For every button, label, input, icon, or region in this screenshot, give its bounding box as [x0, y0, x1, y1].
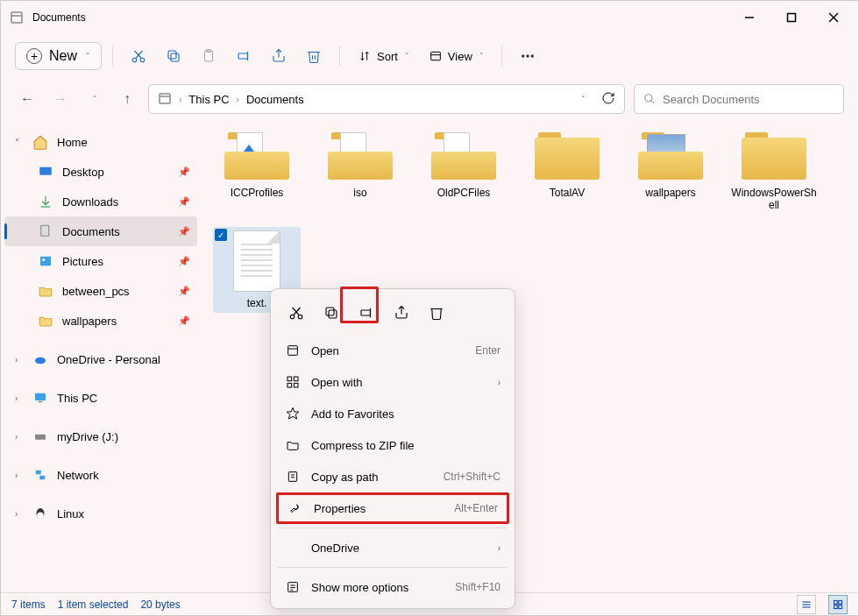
- svg-line-29: [651, 101, 654, 103]
- svg-rect-30: [39, 167, 52, 175]
- linux-icon: [32, 506, 48, 521]
- share-button[interactable]: [264, 41, 294, 71]
- svg-rect-40: [36, 471, 41, 475]
- drive-icon: [32, 428, 48, 444]
- view-label: View: [448, 50, 472, 63]
- minimize-button[interactable]: [737, 5, 762, 30]
- up-button[interactable]: ↑: [115, 87, 139, 111]
- svg-rect-0: [11, 12, 22, 23]
- cm-openwith[interactable]: Open with›: [276, 366, 509, 398]
- cm-copypath[interactable]: Copy as pathCtrl+Shift+C: [276, 461, 509, 492]
- search-icon: [643, 93, 656, 105]
- cm-rename-button[interactable]: [351, 298, 381, 328]
- back-button[interactable]: ←: [15, 87, 39, 111]
- pin-icon: 📌: [178, 226, 190, 237]
- sidebar-item-desktop[interactable]: Desktop📌: [4, 157, 197, 187]
- svg-rect-26: [160, 94, 170, 103]
- svg-rect-3: [788, 14, 796, 22]
- sidebar-item-pictures[interactable]: Pictures📌: [4, 246, 197, 276]
- pictures-icon: [38, 253, 53, 269]
- sidebar-item-mydrive[interactable]: ›myDrive (J:): [4, 421, 197, 451]
- icons-view-button[interactable]: [828, 595, 848, 614]
- sidebar-item-onedrive[interactable]: ›OneDrive - Personal: [4, 344, 197, 374]
- cm-more[interactable]: Show more optionsShift+F10: [276, 571, 509, 603]
- address-bar[interactable]: › This PC › Documents ˅: [148, 84, 625, 114]
- refresh-button[interactable]: [601, 91, 615, 108]
- close-button[interactable]: [821, 5, 846, 30]
- forward-button[interactable]: →: [48, 87, 73, 111]
- svg-rect-39: [35, 435, 46, 440]
- sidebar-item-home[interactable]: ˅Home: [4, 127, 197, 157]
- paste-button[interactable]: [194, 41, 224, 71]
- cm-share-button[interactable]: [387, 298, 416, 328]
- sidebar-item-documents[interactable]: Documents📌: [4, 216, 197, 246]
- folder-windowspowershell[interactable]: WindowsPowerShell: [730, 129, 818, 211]
- folder-totalav[interactable]: TotalAV: [523, 129, 611, 211]
- svg-rect-49: [326, 308, 334, 315]
- sidebar-item-downloads[interactable]: Downloads📌: [4, 187, 197, 216]
- more-button[interactable]: [513, 41, 543, 71]
- sidebar-item-linux[interactable]: ›Linux: [4, 499, 197, 528]
- sidebar-item-thispc[interactable]: ›This PC: [4, 383, 197, 413]
- cm-copy-button[interactable]: [316, 298, 346, 328]
- cm-compress[interactable]: Compress to ZIP file: [276, 429, 509, 461]
- svg-rect-50: [361, 310, 371, 315]
- folder-icon: [158, 91, 172, 108]
- svg-rect-70: [834, 600, 838, 604]
- svg-rect-58: [294, 383, 298, 387]
- cm-onedrive[interactable]: OneDrive›: [276, 532, 509, 563]
- new-button[interactable]: + New ˅: [15, 42, 102, 70]
- delete-button[interactable]: [299, 41, 329, 71]
- breadcrumb-thispc[interactable]: This PC: [188, 93, 229, 106]
- folder-wallpapers[interactable]: wallpapers: [627, 129, 714, 211]
- folder-icon: [38, 313, 53, 329]
- pin-icon: 📌: [178, 315, 190, 327]
- view-button[interactable]: View ˅: [422, 46, 491, 67]
- maximize-button[interactable]: [779, 5, 804, 30]
- svg-rect-37: [35, 393, 46, 400]
- breadcrumb-documents[interactable]: Documents: [246, 93, 304, 106]
- svg-rect-73: [839, 605, 842, 608]
- svg-line-47: [293, 308, 300, 315]
- cm-favorites[interactable]: Add to Favorites: [276, 398, 509, 429]
- sidebar: ˅Home Desktop📌 Downloads📌 Documents📌 Pic…: [1, 120, 201, 594]
- pin-icon: 📌: [178, 256, 190, 267]
- svg-point-36: [35, 358, 46, 365]
- svg-marker-59: [287, 407, 298, 419]
- folder-icon: [38, 283, 53, 299]
- recent-button[interactable]: ˅: [82, 87, 106, 111]
- svg-rect-10: [171, 53, 179, 61]
- context-menu: OpenEnter Open with› Add to Favorites Co…: [270, 288, 515, 609]
- svg-point-23: [522, 55, 523, 57]
- star-icon: [285, 407, 301, 421]
- details-view-button[interactable]: [797, 595, 816, 614]
- folder-oldpcfiles[interactable]: OldPCFiles: [420, 129, 508, 211]
- copy-button[interactable]: [159, 41, 188, 71]
- svg-rect-38: [39, 401, 43, 403]
- status-size: 20 bytes: [140, 598, 180, 611]
- cm-cut-button[interactable]: [281, 298, 311, 328]
- sidebar-item-betweenpcs[interactable]: between_pcs📌: [4, 276, 197, 306]
- sidebar-item-network[interactable]: ›Network: [4, 460, 197, 490]
- folder-iccprofiles[interactable]: ICCProfiles: [213, 129, 301, 211]
- cm-open[interactable]: OpenEnter: [276, 335, 509, 366]
- open-icon: [285, 343, 301, 358]
- more-icon: [285, 580, 301, 594]
- svg-point-7: [140, 58, 145, 62]
- cm-delete-button[interactable]: [422, 298, 451, 328]
- svg-point-43: [37, 513, 44, 520]
- network-icon: [32, 467, 48, 483]
- sort-button[interactable]: Sort ˅: [351, 46, 416, 67]
- svg-point-45: [298, 315, 302, 319]
- cm-properties[interactable]: PropertiesAlt+Enter: [276, 492, 509, 524]
- cut-button[interactable]: [124, 41, 153, 71]
- svg-line-9: [135, 51, 142, 58]
- search-input[interactable]: Search Documents: [634, 84, 844, 114]
- title-bar: Documents: [1, 1, 858, 34]
- rename-button[interactable]: [229, 41, 259, 71]
- sidebar-item-wallpapers[interactable]: wallpapers📌: [4, 306, 197, 336]
- address-dropdown[interactable]: ˅: [581, 95, 586, 103]
- svg-rect-11: [168, 51, 176, 59]
- svg-rect-14: [238, 53, 248, 59]
- folder-iso[interactable]: iso: [316, 129, 404, 211]
